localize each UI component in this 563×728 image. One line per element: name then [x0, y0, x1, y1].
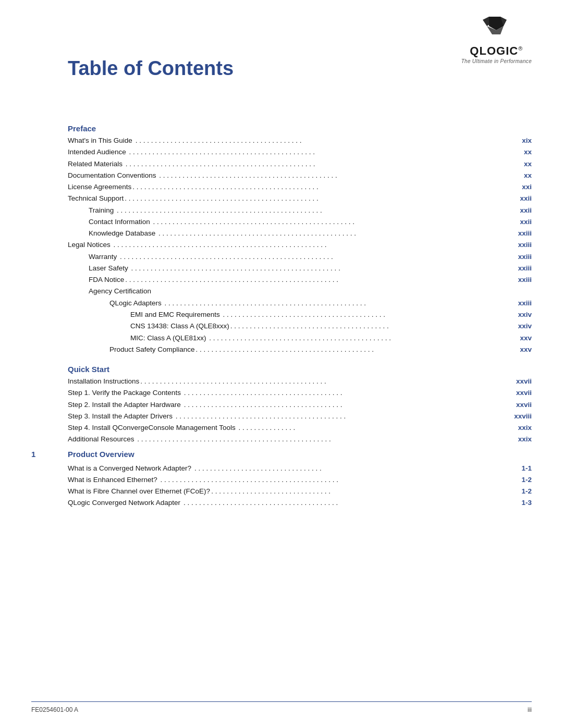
- section-product-overview: 1 Product Overview What is a Converged N…: [68, 450, 532, 509]
- toc-entry: Technical Support . . . . . . . . . . . …: [68, 193, 532, 204]
- qlogic-logo-icon: [478, 15, 515, 42]
- toc-entry: Knowledge Database . . . . . . . . . . .…: [68, 228, 532, 239]
- footer-page-number: iii: [528, 706, 532, 713]
- toc-entry: QLogic Converged Network Adapter . . . .…: [68, 497, 532, 509]
- toc-entry: Warranty . . . . . . . . . . . . . . . .…: [68, 251, 532, 263]
- toc-entry: Related Materials . . . . . . . . . . . …: [68, 158, 532, 170]
- toc-entry: Documentation Conventions . . . . . . . …: [68, 170, 532, 181]
- toc-entry: Product Safety Compliance . . . . . . . …: [68, 344, 532, 355]
- footer: FE0254601-00 A iii: [31, 701, 532, 713]
- toc-entry: Legal Notices . . . . . . . . . . . . . …: [68, 239, 532, 251]
- toc-entry: FDA Notice . . . . . . . . . . . . . . .…: [68, 274, 532, 286]
- toc-content: Preface What's in This Guide . . . . . .…: [68, 115, 532, 686]
- toc-entry: Step 4. Install QConvergeConsole Managem…: [68, 422, 532, 434]
- page-title: Table of Contents: [68, 57, 234, 80]
- chapter-1-header-row: 1 Product Overview: [68, 450, 532, 461]
- toc-entry: What is Fibre Channel over Ethernet (FCo…: [68, 486, 532, 497]
- chapter-1-number: 1: [31, 450, 68, 459]
- toc-entry: Contact Information . . . . . . . . . . …: [68, 216, 532, 228]
- toc-entry: CNS 13438: Class A (QLE8xxx) . . . . . .…: [68, 320, 532, 332]
- section-preface: Preface What's in This Guide . . . . . .…: [68, 124, 532, 355]
- logo-name: QLOGIC®: [461, 44, 532, 58]
- toc-entry: Step 1. Verify the Package Contents . . …: [68, 387, 532, 399]
- toc-entry: License Agreements . . . . . . . . . . .…: [68, 181, 532, 193]
- footer-doc-number: FE0254601-00 A: [31, 706, 78, 713]
- toc-entry: QLogic Adapters . . . . . . . . . . . . …: [68, 298, 532, 309]
- toc-entry: Step 3. Install the Adapter Drivers . . …: [68, 411, 532, 422]
- toc-entry: Training . . . . . . . . . . . . . . . .…: [68, 205, 532, 216]
- toc-entry: Agency Certification: [68, 286, 532, 297]
- toc-entry: Intended Audience . . . . . . . . . . . …: [68, 146, 532, 158]
- toc-entry: What is a Converged Network Adapter? . .…: [68, 463, 532, 474]
- toc-entry: Installation Instructions . . . . . . . …: [68, 376, 532, 387]
- section-header-product-overview: Product Overview: [68, 450, 134, 459]
- logo-tagline: The Ultimate in Performance: [461, 58, 532, 64]
- toc-entry: What is Enhanced Ethernet? . . . . . . .…: [68, 474, 532, 486]
- section-quick-start: Quick Start Installation Instructions . …: [68, 365, 532, 446]
- toc-entry: Laser Safety . . . . . . . . . . . . . .…: [68, 263, 532, 274]
- section-header-quick-start: Quick Start: [68, 365, 532, 374]
- toc-entry: MIC: Class A (QLE81xx) . . . . . . . . .…: [68, 332, 532, 344]
- section-header-preface: Preface: [68, 124, 532, 133]
- toc-entry: Step 2. Install the Adapter Hardware . .…: [68, 399, 532, 411]
- toc-entry: Additional Resources . . . . . . . . . .…: [68, 434, 532, 445]
- toc-entry: What's in This Guide . . . . . . . . . .…: [68, 135, 532, 146]
- toc-entry: EMI and EMC Requirements . . . . . . . .…: [68, 309, 532, 320]
- logo: QLOGIC® The Ultimate in Performance: [461, 15, 532, 64]
